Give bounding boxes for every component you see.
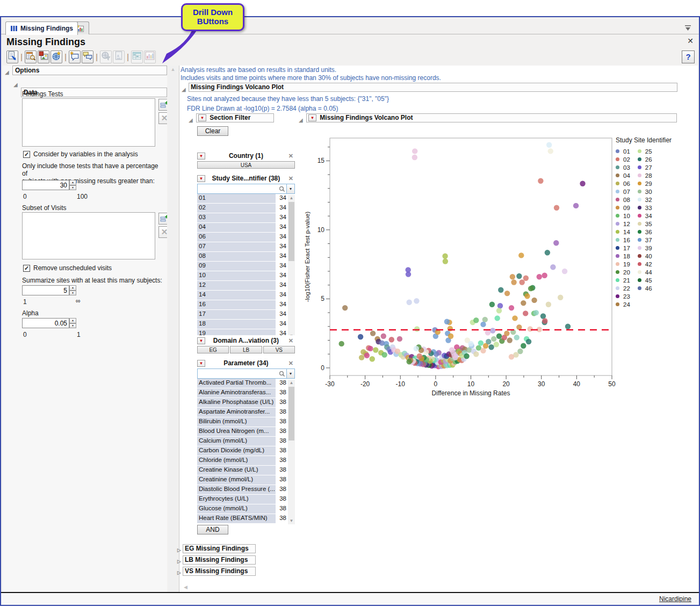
alpha-spinner[interactable]: ▲▼	[69, 318, 76, 328]
spin-up-icon[interactable]: ▲	[69, 318, 76, 323]
legend-item[interactable]: 12	[616, 220, 630, 228]
parameter-row[interactable]: Erythrocytes (U/L)38	[197, 495, 295, 504]
spin-down-icon[interactable]: ▼	[69, 291, 76, 296]
domain-value-vs[interactable]: VS	[263, 346, 295, 353]
legend-item[interactable]: 25	[638, 147, 652, 155]
site-list-scrollbar[interactable]: ▲ ▼	[288, 195, 295, 339]
clear-button[interactable]: Clear	[197, 126, 228, 136]
parameter-row[interactable]: Heart Rate (BEATS/MIN)38	[197, 514, 295, 523]
parameter-row[interactable]: Calcium (mmol/L)38	[197, 437, 295, 446]
percentage-spinner[interactable]: ▲▼	[69, 180, 76, 190]
site-row[interactable]: 0634	[197, 233, 295, 242]
report-run-button[interactable]	[6, 50, 18, 63]
site-row[interactable]: 1734	[197, 310, 295, 319]
site-row[interactable]: 1834	[197, 320, 295, 329]
site-search-input[interactable]	[197, 184, 287, 194]
legend-item[interactable]: 39	[638, 244, 652, 252]
legend-item[interactable]: 24	[616, 300, 630, 308]
scroll-up-icon[interactable]: ▲	[288, 380, 295, 386]
spin-up-icon[interactable]: ▲	[69, 180, 76, 185]
parameter-list-scrollbar[interactable]: ▲ ▼	[288, 380, 295, 524]
legend-item[interactable]: 42	[638, 260, 652, 268]
legend-item[interactable]: 32	[638, 196, 652, 204]
remove-tests-button[interactable]: ✕	[158, 112, 167, 124]
domain-value-eg[interactable]: EG	[197, 346, 229, 353]
publish-web-button[interactable]	[50, 50, 62, 63]
red-menu-icon[interactable]: ▼	[198, 114, 206, 121]
collapsed-triangle-icon[interactable]: ▷	[177, 546, 181, 554]
scroll-down-icon[interactable]: ▼	[288, 518, 295, 524]
legend-item[interactable]: 02	[616, 155, 630, 163]
parameter-search-input[interactable]	[197, 368, 287, 379]
legend-item[interactable]: 44	[638, 268, 652, 276]
red-menu-icon[interactable]: ▼	[197, 337, 205, 344]
legend-item[interactable]: 20	[616, 268, 630, 276]
site-list[interactable]: 0134023403340434063407340834093410341234…	[197, 194, 295, 338]
legend-item[interactable]: 23	[616, 292, 630, 300]
remove-unscheduled-row[interactable]: ✓ Remove unscheduled visits	[23, 264, 112, 272]
consider-checkbox-row[interactable]: ✓ Consider by variables in the analysis	[23, 150, 138, 158]
parameter-row[interactable]: Alkaline Phosphatase (U/L)38	[197, 398, 295, 407]
collapse-volcano-icon[interactable]: ◢	[182, 86, 188, 92]
save-image-button[interactable]	[38, 50, 49, 63]
section-vs-missing-findings[interactable]: ▷VS Missing Findings	[183, 567, 256, 576]
section-filter-header[interactable]: ▼ Section Filter	[196, 113, 274, 122]
legend-item[interactable]: 18	[616, 252, 630, 260]
scroll-up-icon[interactable]: ▲	[288, 195, 295, 201]
findings-tests-listbox[interactable]	[22, 98, 155, 147]
legend-item[interactable]: 17	[616, 244, 630, 252]
scroll-left-icon[interactable]: ◀	[184, 584, 187, 590]
legend-item[interactable]: 21	[616, 276, 630, 284]
checkbox-checked-icon[interactable]: ✓	[23, 265, 30, 272]
study-link[interactable]: Nicardipine	[659, 595, 691, 603]
country-value-usa[interactable]: USA	[197, 161, 295, 169]
min-subjects-spinner[interactable]: ▲▼	[69, 285, 76, 295]
site-row[interactable]: 1034	[197, 271, 295, 280]
collapse-section-filter-icon[interactable]: ◢	[189, 117, 195, 123]
parameter-row[interactable]: Activated Partial Thromb...38	[197, 379, 295, 388]
legend-item[interactable]: 37	[638, 236, 652, 244]
parameter-row[interactable]: Chloride (mmol/L)38	[197, 456, 295, 465]
legend-item[interactable]: 27	[638, 163, 652, 171]
collapsed-triangle-icon[interactable]: ▷	[177, 569, 181, 577]
volcano-plot[interactable]: 051015-30-20-1001020304050Difference in …	[302, 134, 624, 399]
add-visits-button[interactable]	[158, 213, 167, 225]
options-header[interactable]: Options	[12, 66, 167, 75]
spin-down-icon[interactable]: ▼	[69, 185, 76, 191]
close-filter-icon[interactable]: ✕	[287, 360, 295, 367]
collapse-data-icon[interactable]: ◢	[13, 82, 20, 88]
alpha-input[interactable]	[22, 318, 69, 328]
subset-visits-listbox[interactable]	[22, 212, 155, 259]
review-notes-button[interactable]	[82, 50, 93, 63]
parameter-row[interactable]: Blood Urea Nitrogen (m...38	[197, 427, 295, 436]
site-row[interactable]: 0934	[197, 262, 295, 271]
new-note-button[interactable]	[69, 50, 81, 63]
add-tests-button[interactable]	[158, 99, 167, 111]
spin-down-icon[interactable]: ▼	[69, 323, 76, 329]
site-row[interactable]: 0734	[197, 242, 295, 251]
remove-visits-button[interactable]: ✕	[158, 226, 167, 238]
site-row[interactable]: 1634	[197, 300, 295, 309]
tab-missing-findings[interactable]: Missing Findings	[5, 21, 78, 35]
percentage-input[interactable]	[22, 180, 69, 190]
volcano-panel-header[interactable]: ▼ Missing Findings Volcano Plot	[306, 113, 677, 122]
site-row[interactable]: 0834	[197, 252, 295, 261]
parameter-list[interactable]: Activated Partial Thromb...38Alanine Ami…	[197, 379, 295, 523]
site-row[interactable]: 1434	[197, 291, 295, 300]
legend-item[interactable]: 34	[638, 212, 652, 220]
min-subjects-input[interactable]	[22, 285, 69, 295]
and-button[interactable]: AND	[197, 525, 228, 534]
parameter-search-dropdown[interactable]: ▼	[287, 368, 295, 379]
collapsed-triangle-icon[interactable]: ▷	[177, 558, 181, 566]
section-lb-missing-findings[interactable]: ▷LB Missing Findings	[183, 555, 256, 565]
data-table-search-button[interactable]	[25, 50, 37, 63]
legend-item[interactable]: 28	[638, 171, 652, 179]
legend-item[interactable]: 19	[616, 260, 630, 268]
legend-item[interactable]: 01	[616, 147, 630, 155]
filter-pin-icon[interactable]	[684, 25, 691, 31]
site-row[interactable]: 0134	[197, 194, 295, 203]
parameter-row[interactable]: Aspartate Aminotransfer...38	[197, 408, 295, 417]
site-row[interactable]: 0334	[197, 213, 295, 222]
domain-value-lb[interactable]: LB	[230, 346, 262, 353]
red-menu-icon[interactable]: ▼	[197, 153, 205, 160]
